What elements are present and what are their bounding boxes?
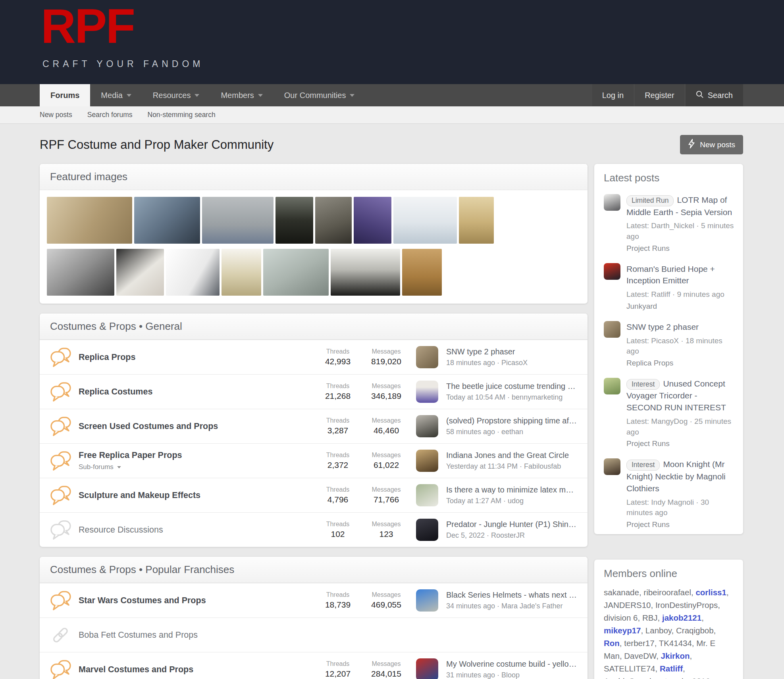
- member-link[interactable]: TK41434: [659, 639, 692, 648]
- purple-fabric-thumbnail[interactable]: [354, 197, 391, 244]
- member-link[interactable]: Craqigbob: [676, 626, 714, 635]
- white-cone-thumbnail[interactable]: [116, 249, 164, 296]
- stat-label: Messages: [365, 660, 407, 667]
- latest-post-title[interactable]: Indiana Jones and the Great Circle: [446, 451, 577, 460]
- skull-helmet-thumbnail[interactable]: [315, 197, 352, 244]
- member-link[interactable]: Ron: [604, 639, 620, 648]
- superman-avatar[interactable]: [604, 263, 620, 280]
- member-link[interactable]: Jkirkon: [661, 651, 690, 660]
- forum-row[interactable]: Screen Used Costumes and PropsThreads3,2…: [40, 409, 588, 443]
- forum-title-link[interactable]: Star Wars Costumes and Props: [79, 596, 317, 606]
- login-link[interactable]: Log in: [592, 84, 634, 106]
- new-posts-button[interactable]: New posts: [680, 135, 743, 154]
- latest-post-body: Limited RunLOTR Map of Middle Earth - Se…: [626, 194, 734, 253]
- helmet-dresser-thumbnail[interactable]: [402, 249, 442, 296]
- forum-row[interactable]: Boba Fett Costumes and Props: [40, 617, 588, 652]
- latest-post-avatar[interactable]: [416, 484, 438, 506]
- search-button[interactable]: Search: [686, 84, 743, 106]
- clay-sculpt-thumbnail[interactable]: [459, 197, 494, 244]
- blue-canisters-thumbnail[interactable]: [202, 197, 274, 244]
- latest-post-avatar[interactable]: [416, 589, 438, 612]
- thread-prefix-badge: Interest: [626, 460, 660, 471]
- forum-title-link[interactable]: Screen Used Costumes and Props: [79, 421, 317, 431]
- latest-post-link[interactable]: InterestMoon Knight (Mr Knight) Necktie …: [626, 458, 734, 494]
- latest-post-title[interactable]: SNW type 2 phaser: [446, 347, 577, 356]
- forum-title-block: Resource Discussions: [79, 525, 317, 535]
- nav-tab-members[interactable]: Members: [210, 84, 273, 106]
- latest-post-title[interactable]: Is there a way to minimize latex ma…: [446, 485, 577, 494]
- subforums-toggle[interactable]: Sub-forums: [79, 463, 317, 471]
- nav-tab-forums[interactable]: Forums: [40, 84, 90, 106]
- forum-row[interactable]: Star Wars Costumes and PropsThreads18,73…: [40, 583, 588, 617]
- latest-post-title[interactable]: Predator - Jungle Hunter (P1) Shin …: [446, 520, 577, 529]
- forum-row[interactable]: Replica PropsThreads42,993Messages819,02…: [40, 340, 588, 374]
- forum-title-link[interactable]: Replica Props: [79, 352, 317, 362]
- nav-tab-media[interactable]: Media: [90, 84, 142, 106]
- latest-post-avatar[interactable]: [416, 450, 438, 472]
- member-link[interactable]: Ratliff: [660, 664, 683, 673]
- subnav-link-search-forums[interactable]: Search forums: [87, 111, 133, 119]
- nav-tab-our-communities[interactable]: Our Communities: [274, 84, 366, 106]
- forum-title-link[interactable]: Boba Fett Costumes and Props: [79, 630, 577, 640]
- member-link[interactable]: IronDestinyProps: [655, 600, 718, 610]
- white-busts-thumbnail[interactable]: [331, 249, 400, 296]
- latest-post-avatar[interactable]: [416, 658, 438, 679]
- member-link[interactable]: mikeyp17: [604, 626, 641, 635]
- member-link[interactable]: RBJ: [642, 613, 658, 622]
- latest-post-link[interactable]: Limited RunLOTR Map of Middle Earth - Se…: [626, 194, 734, 218]
- dark-sword-thumbnail[interactable]: [166, 249, 220, 296]
- stone-sculpture-avatar[interactable]: [604, 321, 620, 338]
- forum-title-link[interactable]: Replica Costumes: [79, 387, 317, 397]
- subnav-link-new-posts[interactable]: New posts: [40, 111, 72, 119]
- register-link[interactable]: Register: [635, 84, 684, 106]
- unicycle-avatar[interactable]: [604, 378, 620, 394]
- member-link[interactable]: jakob2121: [662, 613, 701, 622]
- member-link[interactable]: DaveDW: [624, 651, 656, 660]
- member-link[interactable]: ribeiroorafael: [643, 588, 691, 597]
- latest-post-link[interactable]: SNW type 2 phaser: [626, 321, 734, 333]
- member-link[interactable]: AnubisGuard: [604, 677, 651, 679]
- forum-title-link[interactable]: Sculpture and Makeup Effects: [79, 490, 317, 500]
- latest-post-link[interactable]: InterestUnused Concept Voyager Tricorder…: [626, 378, 734, 414]
- predator-figure-thumbnail[interactable]: [275, 197, 313, 244]
- latest-post-avatar[interactable]: [416, 415, 438, 437]
- metal-prop-thumbnail[interactable]: [134, 197, 200, 244]
- parchment-letters-thumbnail[interactable]: [47, 197, 132, 244]
- link-icon: [50, 625, 71, 645]
- craft-table-thumbnail[interactable]: [263, 249, 329, 296]
- rpf-logo[interactable]: RPF: [41, 1, 134, 52]
- member-link[interactable]: sakanade: [604, 588, 639, 597]
- stat-label: Messages: [365, 486, 407, 493]
- forum-title-link[interactable]: Resource Discussions: [79, 525, 317, 535]
- member-link[interactable]: SATELLITE74: [604, 664, 655, 673]
- latest-post-title[interactable]: The beetle juice costume trending f…: [446, 382, 577, 391]
- member-link[interactable]: corliss1: [695, 588, 726, 597]
- latest-post-title[interactable]: My Wolverine costume build - yello…: [446, 660, 577, 669]
- forum-row[interactable]: Resource DiscussionsThreads102Messages12…: [40, 512, 588, 547]
- forum-row[interactable]: Sculpture and Makeup EffectsThreads4,796…: [40, 478, 588, 512]
- member-link[interactable]: Lanboy: [645, 626, 672, 635]
- member-link[interactable]: terber17: [624, 639, 654, 648]
- latest-post-link[interactable]: Roman's Buried Hope + Inception Emitter: [626, 263, 734, 287]
- forum-row[interactable]: Free Replica Paper PropsSub-forumsThread…: [40, 443, 588, 478]
- lightsaber-parts-thumbnail[interactable]: [393, 197, 457, 244]
- latest-post-title[interactable]: Black Series Helmets - whats next a…: [446, 591, 577, 600]
- member-link[interactable]: enterprise0216: [656, 677, 710, 679]
- pirate-avatar[interactable]: [604, 458, 620, 475]
- member-link[interactable]: division 6: [604, 613, 638, 622]
- latest-post-avatar[interactable]: [416, 346, 438, 368]
- subnav-link-non-stemming-search[interactable]: Non-stemming search: [148, 111, 216, 119]
- latest-post-avatar[interactable]: [416, 381, 438, 403]
- forum-row[interactable]: Replica CostumesThreads21,268Messages346…: [40, 374, 588, 409]
- banknotes-thumbnail[interactable]: [222, 249, 261, 296]
- latest-post-title[interactable]: (solved) Propstore shipping time af…: [446, 416, 577, 425]
- members-online-card: Members online sakanade, ribeiroorafael,…: [594, 560, 743, 679]
- forum-title-link[interactable]: Free Replica Paper Props: [79, 450, 317, 460]
- forum-row[interactable]: Marvel Costumes and PropsThreads12,207Me…: [40, 652, 588, 679]
- member-link[interactable]: JANDERS10: [604, 600, 651, 610]
- nav-tab-resources[interactable]: Resources: [142, 84, 210, 106]
- latest-post-avatar[interactable]: [416, 519, 438, 541]
- forum-title-link[interactable]: Marvel Costumes and Props: [79, 665, 317, 675]
- stormtrooper-avatar[interactable]: [604, 194, 620, 211]
- bw-scene-thumbnail[interactable]: [47, 249, 114, 296]
